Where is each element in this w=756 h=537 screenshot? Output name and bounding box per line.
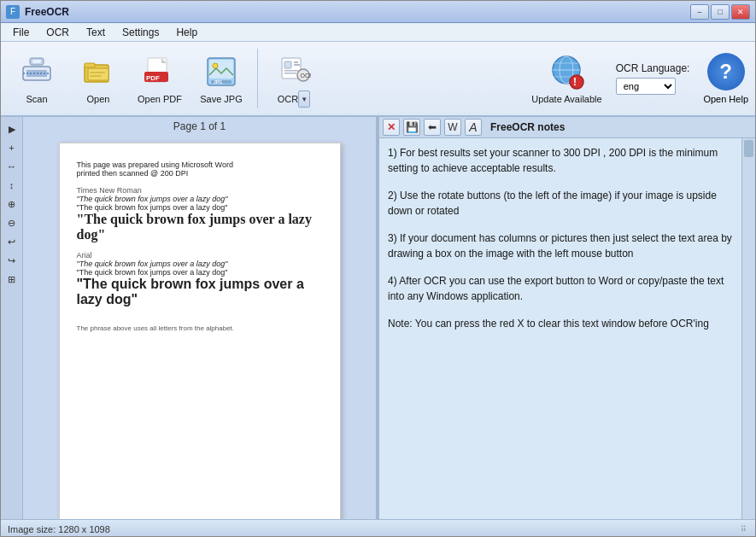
notes-para-3: 3) If your document has columns or pictu… (388, 231, 733, 261)
menu-bar: File OCR Text Settings Help (1, 23, 755, 42)
notes-close-button[interactable]: ✕ (383, 119, 400, 136)
open-label: Open (87, 94, 110, 104)
ocr-language-label: OCR Language: (616, 62, 690, 74)
times-block: Times New Roman "The quick brown fox jum… (77, 186, 323, 242)
times-large-text: "The quick brown fox jumps over a lazy d… (77, 212, 323, 242)
fit-width-button[interactable]: ↔ (3, 158, 21, 175)
window-controls: – □ ✕ (690, 4, 750, 20)
window-title: FreeOCR (25, 6, 690, 18)
update-button[interactable]: ! Update Available (531, 53, 601, 104)
status-text: Image size: 1280 x 1098 (8, 524, 738, 534)
help-icon: ? (707, 53, 745, 90)
title-bar: F FreeOCR – □ ✕ (1, 1, 755, 23)
page-container: This page was prepared using Microsoft W… (23, 136, 376, 519)
notes-header: ✕ 💾 ⬅ W A FreeOCR notes (379, 117, 755, 138)
toolbar: Scan Open PDF Open PDF (1, 42, 755, 117)
scan-label: Scan (26, 94, 47, 104)
intro-text: This page was prepared using Microsoft W… (77, 161, 323, 178)
close-button[interactable]: ✕ (731, 4, 750, 20)
svg-text:OCR: OCR (301, 73, 312, 79)
save-jpg-button[interactable]: JPG Save JPG (192, 45, 250, 112)
page-image: This page was prepared using Microsoft W… (59, 143, 341, 519)
notes-font-button[interactable]: A (465, 119, 482, 136)
ocr-button[interactable]: OCR OCR ▼ (265, 45, 323, 112)
notes-save-button[interactable]: 💾 (403, 119, 420, 136)
notes-para-4: 4) After OCR you can use the export butt… (388, 273, 733, 304)
globe-icon: ! (548, 53, 585, 90)
svg-rect-20 (294, 61, 298, 63)
app-icon: F (6, 5, 20, 19)
svg-rect-7 (88, 68, 108, 80)
times-font-label: Times New Roman (77, 186, 323, 195)
ocr-language-group: OCR Language: eng fra deu spa (616, 62, 690, 95)
arial-font-label: Arial (77, 251, 323, 260)
save-jpg-icon: JPG (202, 53, 240, 90)
notes-word-button[interactable]: W (444, 119, 461, 136)
rotate-left-button[interactable]: ↩ (3, 233, 21, 250)
maximize-button[interactable]: □ (711, 4, 730, 20)
notes-para-1: 1) For best results set your scanner to … (388, 145, 733, 176)
times-quote2: "The quick brown fox jumps over a lazy d… (77, 203, 323, 212)
svg-rect-21 (294, 64, 300, 66)
ocr-label: OCR (278, 94, 298, 104)
notes-title: FreeOCR notes (485, 120, 570, 135)
left-toolbar: ▶ + ↔ ↕ ⊕ ⊖ ↩ ↪ ⊞ (1, 117, 23, 519)
svg-rect-19 (284, 61, 291, 68)
times-quote1: "The quick brown fox jumps over a lazy d… (77, 195, 323, 203)
svg-rect-6 (85, 63, 95, 67)
svg-point-15 (213, 63, 218, 68)
update-label: Update Available (531, 94, 601, 104)
svg-rect-23 (284, 73, 296, 74)
notes-para-5: Note: You can press the red X to clear t… (388, 316, 733, 331)
ocr-icon: OCR (275, 50, 313, 87)
arial-quote2: "The quick brown fox jumps over a lazy d… (77, 268, 323, 277)
svg-rect-9 (90, 75, 102, 77)
arial-block: Arial "The quick brown fox jumps over a … (77, 251, 323, 307)
toolbar-right: ! Update Available OCR Language: eng fra… (531, 53, 748, 104)
pdf-icon: PDF (141, 53, 179, 90)
open-pdf-label: Open PDF (138, 94, 182, 104)
notes-panel: ✕ 💾 ⬅ W A FreeOCR notes 1) For best resu… (379, 117, 755, 519)
menu-help[interactable]: Help (167, 25, 206, 40)
fit-height-button[interactable]: ↕ (3, 177, 21, 194)
svg-rect-8 (90, 72, 105, 73)
zoom-in-button[interactable]: + (3, 139, 21, 156)
svg-text:!: ! (573, 76, 577, 88)
svg-point-31 (570, 75, 583, 89)
open-help-button[interactable]: ? Open Help (703, 53, 748, 104)
rotate-right-button[interactable]: ↪ (3, 252, 21, 269)
open-icon (79, 53, 117, 90)
help-label: Open Help (703, 94, 748, 104)
arial-quote1: "The quick brown fox jumps over a lazy d… (77, 260, 323, 268)
intro-block: This page was prepared using Microsoft W… (77, 161, 323, 178)
svg-rect-3 (32, 60, 41, 63)
svg-rect-14 (209, 60, 233, 79)
footer-text: The phrase above uses all letters from t… (77, 324, 323, 332)
scan-button[interactable]: Scan (8, 45, 66, 112)
open-button[interactable]: Open (69, 45, 127, 112)
grid-button[interactable]: ⊞ (3, 271, 21, 288)
play-button[interactable]: ▶ (3, 120, 21, 137)
main-content: ▶ + ↔ ↕ ⊕ ⊖ ↩ ↪ ⊞ Page 1 of 1 This page … (1, 117, 755, 519)
notes-export-button[interactable]: ⬅ (424, 119, 441, 136)
image-panel: Page 1 of 1 This page was prepared using… (23, 117, 376, 519)
scan-icon (18, 53, 56, 90)
minimize-button[interactable]: – (690, 4, 709, 20)
arial-large-text: "The quick brown fox jumps over a lazy d… (77, 277, 323, 307)
open-pdf-button[interactable]: PDF Open PDF (131, 45, 189, 112)
menu-ocr[interactable]: OCR (38, 25, 78, 40)
ocr-language-select[interactable]: eng fra deu spa (616, 78, 676, 95)
zoom-plus-button[interactable]: ⊕ (3, 196, 21, 213)
menu-file[interactable]: File (4, 25, 38, 40)
menu-settings[interactable]: Settings (114, 25, 167, 40)
notes-para-2: 2) Use the rotate buttons (to the left o… (388, 188, 733, 219)
page-label: Page 1 of 1 (173, 117, 226, 136)
save-jpg-label: Save JPG (200, 94, 243, 104)
menu-text[interactable]: Text (78, 25, 114, 40)
notes-scrollbar[interactable] (741, 138, 755, 519)
resize-grip[interactable]: ⠿ (738, 524, 748, 534)
status-bar: Image size: 1280 x 1098 ⠿ (1, 519, 755, 537)
ocr-dropdown-arrow[interactable]: ▼ (298, 90, 310, 108)
zoom-minus-button[interactable]: ⊖ (3, 214, 21, 231)
notes-content: 1) For best results set your scanner to … (379, 138, 741, 519)
